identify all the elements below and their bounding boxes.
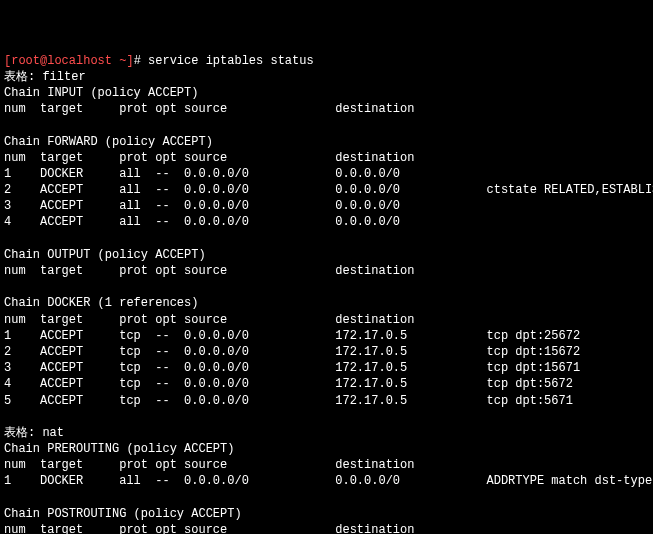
table-row: 4 ACCEPT all -- 0.0.0.0/0 0.0.0.0/0 — [4, 215, 400, 229]
table-row: 1 DOCKER all -- 0.0.0.0/0 0.0.0.0/0 ADDR… — [4, 474, 653, 488]
chain-input-header: Chain INPUT (policy ACCEPT) — [4, 86, 198, 100]
table-row: 5 ACCEPT tcp -- 0.0.0.0/0 172.17.0.5 tcp… — [4, 394, 573, 408]
prompt-user-host: [root@localhost ~] — [4, 54, 134, 68]
table-row: 3 ACCEPT tcp -- 0.0.0.0/0 172.17.0.5 tcp… — [4, 361, 580, 375]
table-row: 2 ACCEPT tcp -- 0.0.0.0/0 172.17.0.5 tcp… — [4, 345, 580, 359]
chain-prerouting-header: Chain PREROUTING (policy ACCEPT) — [4, 442, 234, 456]
chain-docker-header: Chain DOCKER (1 references) — [4, 296, 198, 310]
table-nat-label: 表格: nat — [4, 426, 64, 440]
table-row: 1 DOCKER all -- 0.0.0.0/0 0.0.0.0/0 — [4, 167, 400, 181]
table-row: 3 ACCEPT all -- 0.0.0.0/0 0.0.0.0/0 — [4, 199, 400, 213]
prompt-symbol: # — [134, 54, 148, 68]
prompt-command: service iptables status — [148, 54, 314, 68]
terminal[interactable]: [root@localhost ~]# service iptables sta… — [4, 53, 649, 534]
table-filter-label: 表格: filter — [4, 70, 86, 84]
table-row: 1 ACCEPT tcp -- 0.0.0.0/0 172.17.0.5 tcp… — [4, 329, 580, 343]
columns-header: num target prot opt source destination — [4, 523, 414, 534]
chain-forward-header: Chain FORWARD (policy ACCEPT) — [4, 135, 213, 149]
columns-header: num target prot opt source destination — [4, 102, 414, 116]
chain-output-header: Chain OUTPUT (policy ACCEPT) — [4, 248, 206, 262]
columns-header: num target prot opt source destination — [4, 313, 414, 327]
table-row: 2 ACCEPT all -- 0.0.0.0/0 0.0.0.0/0 ctst… — [4, 183, 653, 197]
columns-header: num target prot opt source destination — [4, 264, 414, 278]
columns-header: num target prot opt source destination — [4, 458, 414, 472]
columns-header: num target prot opt source destination — [4, 151, 414, 165]
table-row: 4 ACCEPT tcp -- 0.0.0.0/0 172.17.0.5 tcp… — [4, 377, 573, 391]
chain-postrouting-header: Chain POSTROUTING (policy ACCEPT) — [4, 507, 242, 521]
